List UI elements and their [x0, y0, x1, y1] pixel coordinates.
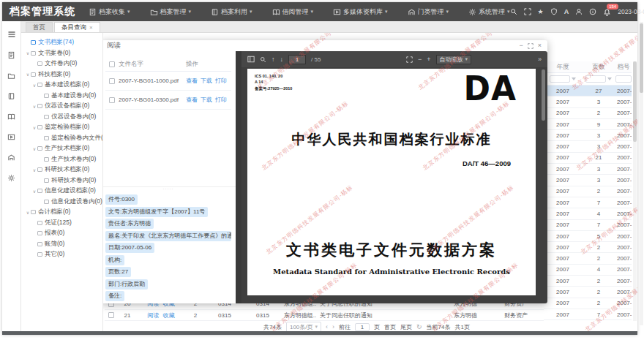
- column-header-pages[interactable]: 页数: [582, 61, 615, 72]
- pdf-page-input[interactable]: 1: [288, 55, 306, 64]
- search-icon[interactable]: [510, 8, 517, 15]
- tree-node-17[interactable]: 凭证(125): [21, 218, 102, 229]
- category-icon[interactable]: [7, 154, 15, 162]
- table-row-19[interactable]: 200722007-Y: [544, 287, 632, 298]
- op-link[interactable]: 收藏: [163, 311, 175, 319]
- tree-node-3[interactable]: ∨科技档案(0): [21, 69, 102, 80]
- tree-expand-icon[interactable]: ∨: [25, 210, 31, 215]
- table-row-10[interactable]: 200722007-Y: [544, 186, 632, 197]
- row-checkbox[interactable]: [108, 312, 114, 318]
- star-icon[interactable]: ★: [538, 9, 544, 15]
- pdf-scrollbar[interactable]: [542, 69, 545, 289]
- pane-scrollbar[interactable]: [236, 51, 242, 303]
- file-op-link[interactable]: 打印: [215, 96, 227, 104]
- tab-close-icon[interactable]: ×: [89, 24, 93, 31]
- table-row-17[interactable]: 200742007-Y: [544, 265, 632, 276]
- pdf-prev-page-icon[interactable]: ↑: [272, 56, 275, 63]
- zoom-out-icon[interactable]: −: [418, 56, 422, 63]
- tree-expand-icon[interactable]: ∨: [31, 104, 37, 109]
- table-row-11[interactable]: 200772007-Y: [544, 197, 632, 208]
- font-size-icon[interactable]: A: [564, 8, 569, 15]
- file-row-1[interactable]: 2007-Y-BG01-0300.pdf查看下载打印: [105, 91, 231, 110]
- filter-icon[interactable]: [572, 77, 576, 83]
- minimize-icon[interactable]: −: [519, 42, 523, 49]
- file-row-0[interactable]: 2007-Y-BG01-1000.pdf查看下载打印: [105, 72, 231, 91]
- read-icon[interactable]: [7, 113, 15, 121]
- file-op-link[interactable]: 查看: [186, 77, 198, 85]
- pdf-fit-icon[interactable]: [406, 56, 413, 63]
- tree-node-5[interactable]: 基本建设卷内(0): [21, 91, 102, 102]
- table-row-8[interactable]: 200732007-Y: [544, 164, 632, 175]
- menu-item-2[interactable]: 档案利用▾: [211, 7, 252, 17]
- table-scrollbar[interactable]: [633, 61, 637, 321]
- tree-node-1[interactable]: ∨文书案卷(0): [21, 48, 102, 59]
- pdf-search-icon[interactable]: [260, 56, 266, 63]
- column-header-docno[interactable]: 档号: [615, 61, 632, 72]
- table-row-6[interactable]: 200732007-Y: [544, 141, 632, 152]
- year-filter-input[interactable]: [550, 75, 570, 83]
- page-scrollbar-thumb[interactable]: [640, 23, 643, 93]
- tree-node-19[interactable]: 账簿(0): [21, 239, 102, 250]
- tree-expand-icon[interactable]: ∨: [31, 167, 37, 173]
- table-row-18[interactable]: 200722007-Y: [544, 276, 632, 287]
- folder-icon[interactable]: [7, 72, 15, 80]
- menu-item-3[interactable]: 借阅管理▾: [272, 7, 314, 17]
- page-scrollbar[interactable]: [640, 22, 643, 325]
- table-row-21[interactable]: 21阅读收藏203150315东方明德组..关于同志任职的通知东方明德财务资产: [105, 310, 544, 321]
- maximize-icon[interactable]: [528, 43, 533, 49]
- menu-item-1[interactable]: 档案管理▾: [150, 7, 192, 17]
- tree-node-10[interactable]: ∨生产技术档案(0): [21, 143, 102, 154]
- table-row-5[interactable]: 200732007-Y: [544, 130, 632, 141]
- tree-node-8[interactable]: ∨鉴定检验档案(0): [21, 122, 102, 133]
- table-row-21[interactable]: 200772007-Y: [544, 309, 632, 320]
- pdf-more-tools-icon[interactable]: »: [538, 56, 542, 63]
- tree-node-18[interactable]: 报表(0): [21, 228, 102, 239]
- op-link[interactable]: 阅读: [148, 311, 160, 319]
- tree-expand-icon[interactable]: ∨: [31, 125, 37, 130]
- next-page-button[interactable]: ›: [332, 323, 334, 330]
- table-row-2[interactable]: 200732007-Y: [544, 97, 632, 107]
- tree-node-0[interactable]: 文书档案(74): [21, 37, 102, 48]
- user-icon[interactable]: [575, 8, 583, 15]
- media-icon[interactable]: [7, 133, 15, 141]
- tree-expand-icon[interactable]: ∨: [31, 83, 37, 88]
- filter-icon[interactable]: [607, 77, 612, 83]
- table-row-14[interactable]: 200752007-Y: [544, 231, 632, 242]
- table-row-7[interactable]: 2007212007-Y: [544, 153, 632, 164]
- bell-icon[interactable]: 154: [603, 8, 611, 16]
- tab-query[interactable]: 条目查询 ×: [54, 22, 100, 32]
- table-row-20[interactable]: 200722007-Y: [544, 298, 632, 309]
- zoom-in-icon[interactable]: +: [427, 56, 430, 63]
- tree-expand-icon[interactable]: ∨: [25, 50, 31, 56]
- menu-item-0[interactable]: 档案收集▾: [89, 7, 130, 17]
- prev-page-button[interactable]: ‹: [326, 323, 328, 330]
- tree-expand-icon[interactable]: ∨: [25, 72, 31, 77]
- menu-item-6[interactable]: 系统管理▾: [468, 7, 510, 17]
- tree-node-12[interactable]: ∨科研技术档案(0): [21, 164, 102, 175]
- tree-node-4[interactable]: ∨基本建设档案(0): [21, 80, 102, 91]
- table-row-4[interactable]: 200792007-Y: [544, 119, 632, 130]
- table-row-1[interactable]: 2007272007-Y: [544, 86, 632, 97]
- pages-filter-input[interactable]: [585, 75, 606, 83]
- menu-item-4[interactable]: 多媒体资料库▾: [333, 7, 388, 17]
- refresh-icon[interactable]: ↻: [416, 323, 422, 330]
- tree-node-14[interactable]: ∨信息化建设档案(0): [21, 186, 102, 197]
- book-icon[interactable]: [7, 92, 15, 100]
- tree-node-16[interactable]: ∨会计档案(0): [21, 207, 102, 218]
- file-checkbox[interactable]: [109, 97, 115, 103]
- menu-item-5[interactable]: 门类管理▾: [408, 7, 449, 17]
- select-all-checkbox[interactable]: [109, 61, 115, 67]
- pdf-scrollbar-thumb[interactable]: [542, 69, 545, 121]
- table-row-13[interactable]: 200772007-Y: [544, 220, 632, 231]
- tree-node-11[interactable]: 生产技术卷内(0): [21, 154, 102, 165]
- table-row-3[interactable]: 200722007-Y: [544, 108, 632, 119]
- tree-node-2[interactable]: 文件卷内(0): [21, 58, 102, 69]
- fullscreen-icon[interactable]: [524, 8, 531, 15]
- docno-filter-input[interactable]: [615, 75, 632, 83]
- shield-icon[interactable]: [550, 8, 558, 15]
- table-row-9[interactable]: 200732007-Y: [544, 175, 632, 186]
- tree-expand-icon[interactable]: ∨: [31, 146, 37, 151]
- tree-node-20[interactable]: 其它(0): [21, 249, 102, 260]
- table-row-12[interactable]: 200742007-Y: [544, 208, 632, 219]
- file-checkbox[interactable]: [109, 78, 115, 84]
